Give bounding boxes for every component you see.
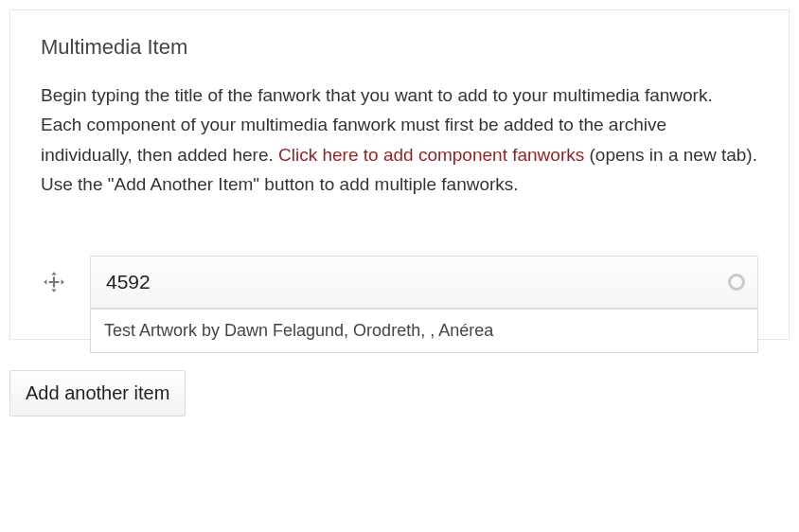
fanwork-input-wrapper: Test Artwork by Dawn Felagund, Orodreth,… xyxy=(90,256,758,309)
autocomplete-option[interactable]: Test Artwork by Dawn Felagund, Orodreth,… xyxy=(91,310,757,352)
loading-spinner-icon xyxy=(728,274,745,291)
add-another-item-button[interactable]: Add another item xyxy=(9,370,186,417)
item-row: Test Artwork by Dawn Felagund, Orodreth,… xyxy=(41,256,758,309)
drag-handle-icon[interactable] xyxy=(41,269,67,295)
multimedia-item-card: Multimedia Item Begin typing the title o… xyxy=(9,9,790,340)
fanwork-search-input[interactable] xyxy=(90,256,758,309)
add-component-link[interactable]: Click here to add component fanworks xyxy=(278,145,584,165)
card-title: Multimedia Item xyxy=(41,35,758,60)
autocomplete-dropdown: Test Artwork by Dawn Felagund, Orodreth,… xyxy=(90,309,758,353)
card-description: Begin typing the title of the fanwork th… xyxy=(41,80,758,199)
